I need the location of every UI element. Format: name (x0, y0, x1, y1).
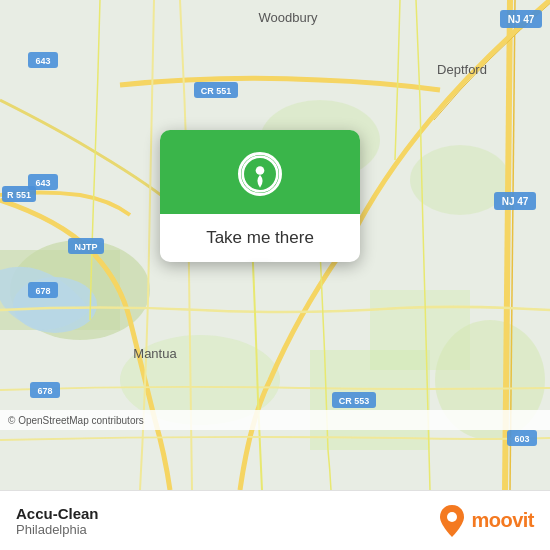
place-city: Philadelphia (16, 522, 99, 537)
bottom-bar: Accu-Clean Philadelphia moovit (0, 490, 550, 550)
svg-text:NJTP: NJTP (74, 242, 97, 252)
svg-text:CR 551: CR 551 (201, 86, 232, 96)
svg-text:603: 603 (514, 434, 529, 444)
svg-text:643: 643 (35, 56, 50, 66)
moovit-logo: moovit (439, 505, 534, 537)
svg-text:678: 678 (37, 386, 52, 396)
popup-body: Take me there (186, 214, 334, 262)
svg-point-37 (447, 512, 457, 522)
svg-text:NJ 47: NJ 47 (502, 196, 529, 207)
place-name: Accu-Clean (16, 505, 99, 522)
svg-text:CR 553: CR 553 (339, 396, 370, 406)
location-pin-icon (238, 152, 282, 196)
moovit-logo-text: moovit (471, 509, 534, 532)
svg-text:643: 643 (35, 178, 50, 188)
svg-text:NJ 47: NJ 47 (508, 14, 535, 25)
attribution-text: © OpenStreetMap contributors (8, 415, 144, 426)
svg-text:Mantua: Mantua (133, 346, 177, 361)
map-container: NJ 47 NJ 47 CR 551 R 551 643 643 NJTP 67… (0, 0, 550, 490)
popup-header (160, 130, 360, 214)
svg-text:Woodbury: Woodbury (258, 10, 318, 25)
map-attribution: © OpenStreetMap contributors (0, 410, 550, 430)
svg-text:Deptford: Deptford (437, 62, 487, 77)
take-me-there-button[interactable]: Take me there (206, 228, 314, 248)
moovit-pin-icon (439, 505, 465, 537)
svg-point-36 (256, 166, 265, 175)
svg-text:R 551: R 551 (7, 190, 31, 200)
location-popup: Take me there (160, 130, 360, 262)
place-info: Accu-Clean Philadelphia (16, 505, 99, 537)
svg-text:678: 678 (35, 286, 50, 296)
